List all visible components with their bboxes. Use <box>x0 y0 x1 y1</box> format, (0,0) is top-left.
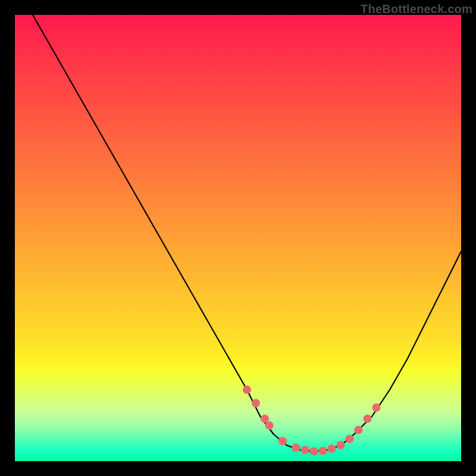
highlight-dot <box>310 447 318 456</box>
highlight-dot <box>252 399 260 408</box>
highlight-dot <box>319 447 327 455</box>
highlight-dot <box>372 403 381 412</box>
chart-frame: TheBottleneck.com <box>0 0 476 476</box>
highlight-dot <box>337 441 345 449</box>
highlight-dots <box>243 386 381 456</box>
highlight-dot <box>243 386 251 394</box>
chart-svg <box>15 15 461 461</box>
highlight-dot <box>364 415 372 423</box>
highlight-dot <box>278 437 287 445</box>
highlight-dot <box>265 421 274 430</box>
highlight-dot <box>328 444 336 453</box>
highlight-dot <box>346 435 354 443</box>
highlight-dot <box>292 444 300 452</box>
plot-area <box>15 15 461 461</box>
watermark-text: TheBottleneck.com <box>361 2 472 16</box>
highlight-dot <box>301 446 309 454</box>
highlight-dot <box>355 426 363 434</box>
